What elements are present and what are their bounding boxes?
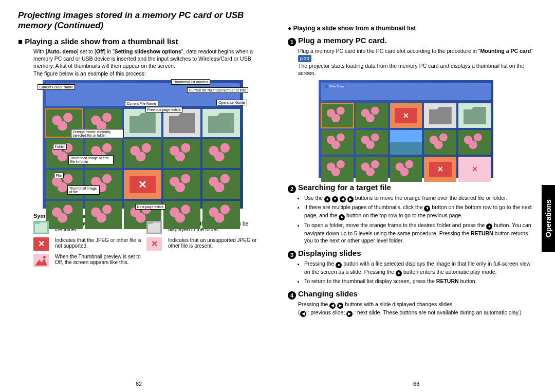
callout-orange-frame: Orange frame: currently selected file or… xyxy=(71,129,124,138)
step-1-head: 1Plug a memory PC card. xyxy=(288,36,537,46)
thumbnail-screenshot-large: Current Folder Name Thumbnail list numbe… xyxy=(43,80,243,209)
callout-thumb-first: Thumbnail image of first file in folder xyxy=(68,155,114,164)
symbol-desc: Indicates that an unsupported JPEG or ot… xyxy=(168,237,267,249)
callout-current-folder: Current Folder Name xyxy=(38,84,76,90)
step-2-bullets: Use the ▲ ▼ ◀ ▶ buttons to move the oran… xyxy=(298,194,537,245)
icon-folder-green xyxy=(33,221,49,234)
callout-thumb-file: Thumbnail image of file xyxy=(67,185,100,195)
num-4-icon: 4 xyxy=(288,291,296,300)
step-1-body: Plug a memory PC card into the PC card s… xyxy=(298,47,537,77)
step-3-bullets: Pressing the ● button with a file select… xyxy=(298,260,537,285)
thumbnail-screenshot-small: 🔵 Slide Show xyxy=(319,80,493,178)
ss-header-small: 🔵 Slide Show xyxy=(321,83,491,100)
callout-thumb-list-num: Thumbnail list number xyxy=(171,79,211,85)
page-title: Projecting images stored in a memory PC … xyxy=(18,10,267,31)
right-page: Playing a slide show from a thumbnail li… xyxy=(288,10,537,387)
callout-current-file: Current File Name xyxy=(125,101,158,106)
symbol-desc: When the Thumbnail preview is set to Off… xyxy=(55,254,142,265)
right-subhead: Playing a slide show from a thumbnail li… xyxy=(288,25,537,32)
icon-red-x xyxy=(33,237,49,251)
side-tab-operations: Operations xyxy=(542,185,555,252)
ss-grid-small xyxy=(321,103,491,182)
page-numbers: 62 63 xyxy=(0,381,555,387)
callout-current-list: Current list No./Total number of lists xyxy=(187,87,248,93)
callout-next-page: Next page exists xyxy=(135,204,166,210)
step-3-head: 3Displaying slides xyxy=(288,249,537,259)
callout-prev-page: Previous page exists xyxy=(145,107,183,113)
left-page: Projecting images stored in a memory PC … xyxy=(18,10,267,387)
icon-folder-grey xyxy=(146,221,162,234)
icon-pink-x xyxy=(146,237,162,251)
num-1-icon: 1 xyxy=(288,38,296,46)
step-4-head: 4Changing slides xyxy=(288,289,537,300)
step-2-head: 2Searching for a target file xyxy=(288,183,537,193)
callout-folder: Folder xyxy=(53,144,67,150)
num-3-icon: 3 xyxy=(288,251,296,259)
page-num-left: 62 xyxy=(136,381,142,387)
page-num-right: 63 xyxy=(413,381,419,387)
left-heading: Playing a slide show from a thumbnail li… xyxy=(18,37,267,46)
left-intro: With [Auto. demo] set to [Off] in "Setti… xyxy=(33,48,267,77)
step-4-body: Pressing the ◀ ▶ buttons with a slide di… xyxy=(298,301,537,318)
icon-mountain xyxy=(33,254,49,267)
ss-grid xyxy=(46,109,240,230)
callout-op-guide: Operation Guide xyxy=(216,100,247,105)
callout-file: File xyxy=(54,173,64,178)
num-2-icon: 2 xyxy=(288,185,296,193)
symbol-desc: Indicates that the JPEG or other file is… xyxy=(55,237,142,249)
